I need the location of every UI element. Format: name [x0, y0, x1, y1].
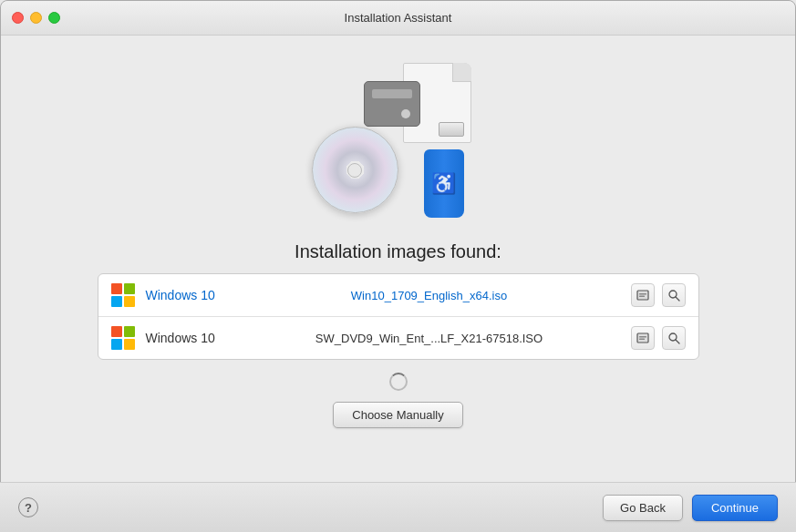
item-actions [631, 283, 686, 307]
item-filename: SW_DVD9_Win_Ent_...LF_X21-67518.ISO [239, 332, 620, 345]
item-os-name: Windows 10 [146, 288, 228, 302]
maximize-button[interactable] [48, 12, 60, 24]
title-bar: Installation Assistant [1, 1, 795, 36]
svg-rect-7 [639, 339, 645, 341]
choose-manually-button[interactable]: Choose Manually [333, 402, 462, 428]
windows-logo-icon [111, 326, 135, 350]
bottom-right-actions: Go Back Continue [603, 495, 778, 521]
usb-connector [439, 122, 464, 137]
item-filename: Win10_1709_English_x64.iso [239, 289, 620, 302]
usb-symbol: ♿ [431, 172, 456, 196]
hero-icon-area: ♿ [307, 63, 490, 227]
svg-rect-2 [639, 296, 645, 298]
minimize-button[interactable] [30, 12, 42, 24]
page-heading: Installation images found: [295, 241, 501, 262]
continue-button[interactable]: Continue [692, 495, 778, 521]
images-list: Windows 10 Win10_1709_English_x64.iso [98, 273, 699, 360]
item-actions [631, 326, 686, 350]
usb-icon: ♿ [424, 135, 464, 218]
search-button[interactable] [662, 326, 686, 350]
image-file-button[interactable] [631, 326, 655, 350]
go-back-button[interactable]: Go Back [603, 495, 683, 521]
window-title: Installation Assistant [345, 11, 452, 25]
list-item: Windows 10 SW_DVD9_Win_Ent_...LF_X21-675… [98, 317, 698, 359]
close-button[interactable] [12, 12, 24, 24]
svg-rect-5 [637, 333, 648, 343]
list-item: Windows 10 Win10_1709_English_x64.iso [98, 274, 698, 317]
loading-spinner-area [389, 369, 408, 394]
bottom-toolbar: ? Go Back Continue [0, 482, 796, 532]
search-button[interactable] [662, 283, 686, 307]
svg-line-4 [676, 297, 679, 301]
svg-line-9 [676, 340, 679, 343]
harddrive-icon [364, 81, 420, 127]
traffic-lights [12, 12, 60, 24]
help-button[interactable]: ? [18, 497, 38, 517]
svg-rect-6 [639, 336, 646, 338]
usb-body: ♿ [424, 149, 464, 218]
item-os-name: Windows 10 [146, 331, 228, 345]
spinner-icon [389, 373, 408, 391]
cd-icon [312, 127, 398, 213]
main-content: ♿ Installation images found: Windows 10 … [1, 36, 795, 532]
svg-rect-0 [637, 291, 648, 300]
image-file-button[interactable] [631, 283, 655, 307]
windows-logo-icon [111, 283, 135, 307]
svg-rect-1 [639, 293, 646, 295]
